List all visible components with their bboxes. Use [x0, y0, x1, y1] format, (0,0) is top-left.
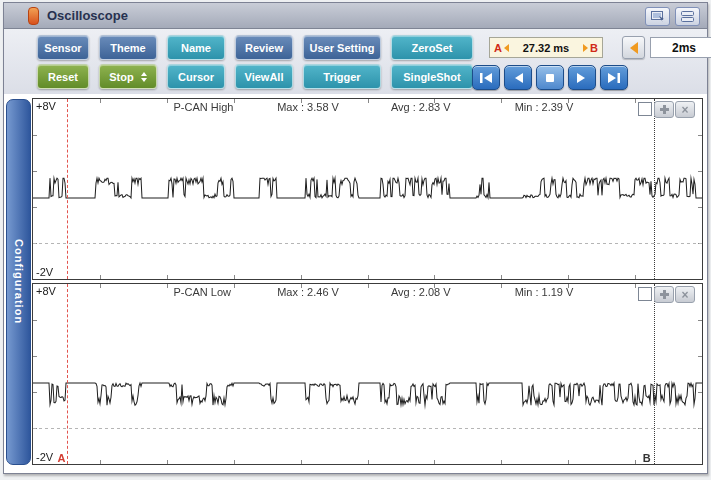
channel-panel-pcan-high: +8V -2V P-CAN High Max : 3.58 V Avg : 2.…: [32, 98, 703, 280]
cursor-a-arrow-icon: [504, 44, 509, 52]
waveform-canvas-pcan-high: [33, 99, 702, 279]
step-forward-icon: [576, 72, 588, 84]
min-readout: Min : 2.39 V: [515, 101, 574, 113]
channel-panel-pcan-low: +8V -2V P-CAN Low Max : 2.46 V Avg : 2.0…: [32, 283, 703, 465]
channel-move-button[interactable]: [654, 286, 674, 303]
waveform-canvas-pcan-low: [33, 284, 702, 464]
step-back-button[interactable]: [504, 65, 532, 90]
window-layout-icon: [681, 11, 694, 22]
review-button[interactable]: Review: [235, 35, 293, 60]
skip-to-start-button[interactable]: [472, 65, 500, 90]
configuration-tab[interactable]: Configuration: [6, 99, 31, 465]
zeroset-button[interactable]: ZeroSet: [391, 35, 473, 60]
cursor-b-line[interactable]: [654, 284, 655, 464]
cursor-time-readout[interactable]: A 27.32 ms B: [489, 37, 603, 58]
voltage-top-label: +8V: [36, 100, 56, 112]
close-icon: ×: [681, 289, 688, 301]
channel-select-checkbox[interactable]: [638, 287, 652, 301]
timebase-value[interactable]: 2ms: [650, 37, 711, 58]
channel-close-button[interactable]: ×: [675, 286, 695, 303]
avg-readout: Avg : 2.08 V: [391, 286, 451, 298]
oscilloscope-window: Oscilloscope Sensor Theme Name R: [3, 2, 708, 474]
skip-to-end-button[interactable]: [600, 65, 628, 90]
user-setting-button[interactable]: User Setting: [303, 35, 381, 60]
sensor-button[interactable]: Sensor: [37, 35, 89, 60]
viewall-button[interactable]: ViewAll: [235, 64, 293, 89]
cursor-a-line[interactable]: [67, 284, 68, 464]
playback-stop-button[interactable]: [536, 65, 564, 90]
reset-button[interactable]: Reset: [37, 64, 89, 89]
skip-to-start-icon: [479, 72, 493, 84]
channel-name: P-CAN Low: [173, 286, 230, 298]
window-layout-button[interactable]: [675, 7, 700, 26]
move-cross-icon: [660, 105, 669, 114]
window-title: Oscilloscope: [47, 8, 128, 23]
channel-move-button[interactable]: [654, 101, 674, 118]
stop-square-icon: [545, 73, 555, 83]
move-cross-icon: [660, 290, 669, 299]
cursor-a-label: A: [494, 42, 502, 54]
scope-content: Configuration +8V -2V P-CAN High Max : 3…: [4, 94, 707, 473]
voltage-top-label: +8V: [36, 285, 56, 297]
timebase-decrease-button[interactable]: [622, 36, 645, 59]
channel-name: P-CAN High: [173, 101, 233, 113]
cursor-b-bottom-label: B: [643, 452, 651, 464]
app-icon: [28, 7, 39, 25]
channel-select-checkbox[interactable]: [638, 102, 652, 116]
cursor-a-bottom-label: A: [57, 452, 65, 464]
step-forward-button[interactable]: [568, 65, 596, 90]
cursor-a-line[interactable]: [67, 99, 68, 279]
min-readout: Min : 1.19 V: [515, 286, 574, 298]
stop-button[interactable]: Stop: [99, 64, 157, 89]
max-readout: Max : 3.58 V: [277, 101, 339, 113]
stop-button-label: Stop: [109, 71, 133, 83]
toolbar: Sensor Theme Name Review User Setting Ze…: [4, 29, 707, 95]
close-icon: ×: [681, 104, 688, 116]
cursor-b-line[interactable]: [654, 99, 655, 279]
name-button[interactable]: Name: [167, 35, 225, 60]
max-readout: Max : 2.46 V: [277, 286, 339, 298]
left-arrow-icon: [630, 42, 638, 54]
avg-readout: Avg : 2.83 V: [391, 101, 451, 113]
channel-close-button[interactable]: ×: [675, 101, 695, 118]
cursor-b-arrow-icon: [583, 44, 588, 52]
voltage-bottom-label: -2V: [36, 451, 53, 463]
singleshot-button[interactable]: SingleShot: [391, 64, 473, 89]
screen-capture-button[interactable]: [645, 7, 670, 26]
theme-button[interactable]: Theme: [99, 35, 157, 60]
playback-controls: [472, 65, 628, 90]
cursor-b-label: B: [590, 42, 598, 54]
stop-spinner-icon: [141, 72, 147, 82]
screen-capture-icon: [651, 11, 665, 22]
trigger-button[interactable]: Trigger: [303, 64, 381, 89]
voltage-bottom-label: -2V: [36, 266, 53, 278]
step-back-icon: [512, 72, 524, 84]
skip-to-end-icon: [607, 72, 621, 84]
cursor-button[interactable]: Cursor: [167, 64, 225, 89]
title-bar: Oscilloscope: [4, 3, 707, 29]
cursor-delta-value: 27.32 ms: [511, 42, 581, 54]
